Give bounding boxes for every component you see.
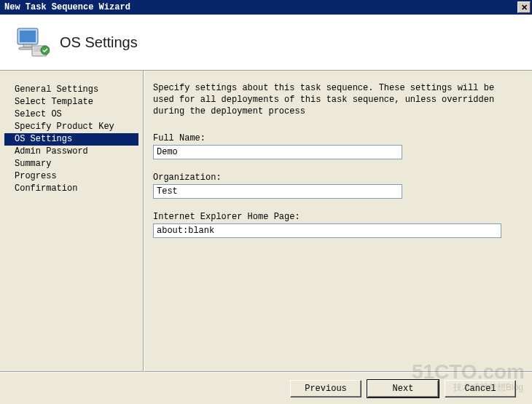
close-icon: ✕ — [521, 3, 528, 12]
svg-rect-1 — [20, 31, 36, 42]
page-title: OS Settings — [60, 34, 138, 51]
description-text: Specify settings about this task sequenc… — [153, 82, 519, 117]
svg-rect-2 — [23, 44, 32, 47]
sidebar-item-confirmation[interactable]: Confirmation — [4, 183, 138, 195]
header-banner: OS Settings — [0, 15, 532, 71]
titlebar: New Task Sequence Wizard ✕ — [0, 0, 532, 15]
close-button[interactable]: ✕ — [517, 1, 531, 13]
full-name-input[interactable] — [153, 145, 402, 159]
organization-label: Organization: — [153, 173, 519, 183]
computer-icon — [13, 24, 50, 60]
ie-home-input[interactable] — [153, 223, 501, 238]
next-button[interactable]: Next — [367, 380, 439, 397]
sidebar-item-admin-password[interactable]: Admin Password — [4, 146, 138, 158]
full-name-label: Full Name: — [153, 133, 519, 143]
sidebar-item-summary[interactable]: Summary — [4, 158, 138, 170]
sidebar-item-select-template[interactable]: Select Template — [4, 96, 138, 108]
body-area: General Settings Select Template Select … — [0, 71, 532, 372]
content-panel: Specify settings about this task sequenc… — [144, 71, 532, 372]
cancel-button[interactable]: Cancel — [445, 380, 516, 397]
sidebar-item-general-settings[interactable]: General Settings — [4, 84, 138, 96]
window-title: New Task Sequence Wizard — [4, 2, 130, 12]
sidebar-item-select-os[interactable]: Select OS — [4, 108, 138, 121]
previous-button[interactable]: Previous — [290, 380, 361, 397]
sidebar-item-progress[interactable]: Progress — [4, 170, 138, 183]
organization-input[interactable] — [153, 184, 402, 199]
sidebar: General Settings Select Template Select … — [0, 71, 143, 372]
sidebar-item-specify-product-key[interactable]: Specify Product Key — [4, 121, 138, 133]
button-bar: Previous Next Cancel — [0, 372, 532, 404]
sidebar-item-os-settings[interactable]: OS Settings — [4, 133, 138, 146]
ie-home-label: Internet Explorer Home Page: — [153, 212, 519, 222]
